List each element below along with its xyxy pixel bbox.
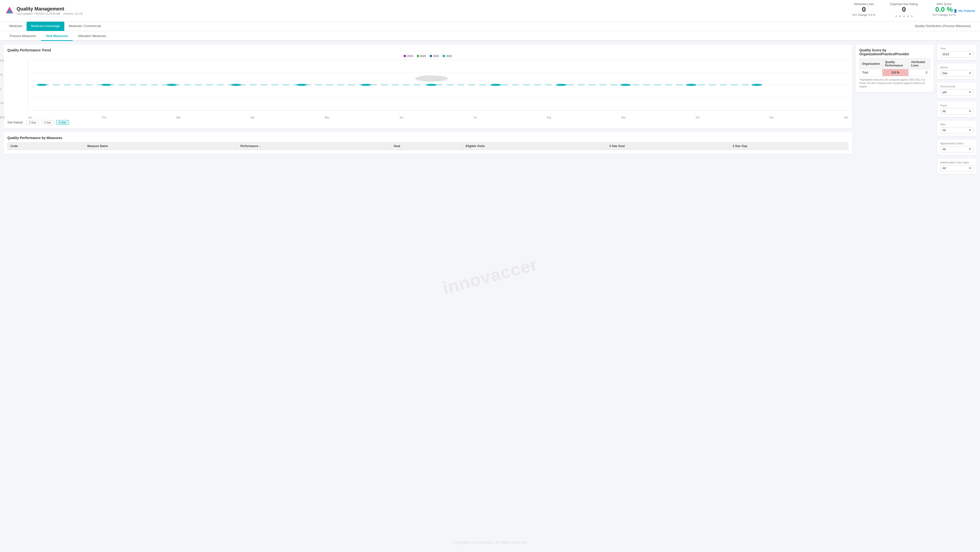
tab-medicare-advantage[interactable]: Medicare Advantage <box>27 22 64 31</box>
main-content: Quality Performance Trend 2019 2020 2021 <box>0 41 980 552</box>
filter-payer-label: Payer <box>940 104 974 107</box>
filter-period-mode-label: Period mode <box>940 85 974 88</box>
col-goal: Goal <box>391 142 463 150</box>
filter-addressable-care-gaps: Addressable Care Gaps All <box>937 159 976 174</box>
x-label-feb: Feb <box>102 116 106 119</box>
x-label-jan: Jan <box>28 116 32 119</box>
filter-appointment-status: Appointment Status All <box>937 140 976 155</box>
payer-select[interactable]: All <box>940 108 974 114</box>
org-table-title: Quality Score by Organization/Practice/P… <box>859 48 930 56</box>
expected-star-rating-label: Expected Star Rating <box>890 2 918 6</box>
chart-legend: 2019 2020 2021 2022 <box>7 54 848 57</box>
sub-navigation: Process Measures Visit Measures Utilizat… <box>0 31 980 41</box>
star-2-icon: ★ <box>898 14 902 19</box>
col-eligible-visits: Eligible Visits <box>463 142 606 150</box>
app-logo-icon <box>5 6 14 15</box>
awv-score-change: YoY Change: 0.0 % <box>932 13 956 16</box>
org-lives-total: 0 <box>908 69 930 76</box>
col-performance[interactable]: Performance <box>237 142 391 150</box>
year-select[interactable]: 2019 2020 2021 2022 <box>940 51 974 57</box>
org-col-lives: Attributed Lives <box>908 59 930 69</box>
month-select[interactable]: JanFebMarApr MayJunJulAug SepOctNovDec <box>940 70 974 76</box>
x-axis-labels: Jan Feb Mar Apr May Jun Jul Aug Sep Oct … <box>18 116 848 119</box>
attributed-lives-stat: Attributed Lives 0 YoY Change: 0.0 % <box>852 2 875 19</box>
measures-table: Code Measure Name Performance Goal Eligi… <box>7 142 848 150</box>
y-label-neg50: -50 % <box>0 102 5 105</box>
filter-month-label: Month <box>940 66 974 69</box>
tab-utilization-measures[interactable]: Utilization Measures <box>73 32 111 41</box>
org-col-org: Organization <box>860 59 883 69</box>
star-4-icon: ★ <box>906 14 910 19</box>
org-table-header: Organization Quality Performance Attribu… <box>860 59 930 69</box>
awv-score-label: AWV Score <box>932 2 956 6</box>
tab-medicare[interactable]: Medicare <box>5 22 27 31</box>
tab-medicaid-commercial[interactable]: Medicaid / Commercial <box>64 22 105 31</box>
chart-plot-area <box>28 59 848 111</box>
filter-year: Year 2019 2020 2021 2022 <box>937 44 976 60</box>
y-label-50: 50 % <box>0 73 5 76</box>
legend-2020-dot <box>417 55 419 57</box>
legend-2022-label: 2022 <box>446 54 452 57</box>
org-name-total: Total <box>860 69 883 76</box>
appointment-status-select[interactable]: All <box>940 146 974 152</box>
x-label-jun: Jun <box>399 116 403 119</box>
filter-year-label: Year <box>940 47 974 50</box>
grid-line-neg100 <box>28 110 848 111</box>
x-label-may: May <box>325 116 329 119</box>
awv-score-value: 0.0 % <box>932 6 956 13</box>
attributed-lives-label: Attributed Lives <box>852 2 875 6</box>
org-col-performance: Quality Performance <box>883 59 908 69</box>
x-label-sep: Sep <box>621 116 626 119</box>
filter-plan-label: Plan <box>940 123 974 126</box>
tab-process-measures[interactable]: Process Measures <box>5 32 41 41</box>
star-rating-label: Star Rating*: <box>7 121 24 124</box>
legend-2021-label: 2021 <box>433 54 439 57</box>
org-table-footnote: *Highlighted measures are compared again… <box>859 78 930 88</box>
star-1-icon: ★ <box>894 14 898 19</box>
grid-line-0 <box>28 85 848 85</box>
legend-2020-label: 2020 <box>420 54 426 57</box>
period-mode-select[interactable]: ytd mtd <box>940 89 974 95</box>
filter-addressable-care-gaps-label: Addressable Care Gaps <box>940 161 974 164</box>
star-5-button[interactable]: 5 Star <box>56 120 69 125</box>
x-label-aug: Aug <box>547 116 551 119</box>
legend-2022-dot <box>442 55 445 57</box>
measures-table-title: Quality Performance by Measures <box>7 136 848 140</box>
logo-area: Quality Management Last Updated: 7/6/202… <box>5 6 83 15</box>
last-updated: Last Updated: 7/6/2022 12:25:50 AM (Vers… <box>17 12 83 15</box>
y-axis-labels: 100 % 50 % 0 % -50 % -100 % <box>0 59 5 119</box>
org-table-body: Total 0.0 % 0 <box>860 69 930 76</box>
col-3star-goal: 3 Star Goal <box>606 142 729 150</box>
tab-visit-measures[interactable]: Visit Measures <box>41 32 73 41</box>
table-row: Total 0.0 % 0 <box>860 69 930 76</box>
app-title: Quality Management <box>17 6 83 12</box>
person-icon: 👤 <box>953 9 957 13</box>
star-3-button[interactable]: 3 Star <box>26 120 39 125</box>
my-patients-button[interactable]: 👤 My Patients <box>953 9 975 13</box>
y-label-0: 0 % <box>0 88 5 90</box>
attributed-lives-value: 0 <box>852 6 875 13</box>
tab-quality-distribution[interactable]: Quality Distribution (Process Measures) <box>910 22 975 31</box>
plan-select[interactable]: All <box>940 127 974 133</box>
org-table: Organization Quality Performance Attribu… <box>859 59 930 76</box>
chart-highlight-dot <box>415 76 448 82</box>
x-label-jul: Jul <box>474 116 477 119</box>
y-label-100: 100 % <box>0 59 5 62</box>
quality-performance-measures-card: Quality Performance by Measures Code Mea… <box>4 132 852 154</box>
star-4-button[interactable]: 4 Star <box>41 120 54 125</box>
addressable-care-gaps-select[interactable]: All <box>940 165 974 171</box>
legend-2022: 2022 <box>442 54 452 57</box>
col-code: Code <box>8 142 84 150</box>
quality-performance-trend-card: Quality Performance Trend 2019 2020 2021 <box>4 44 852 128</box>
x-label-oct: Oct <box>695 116 700 119</box>
header-stats: Attributed Lives 0 YoY Change: 0.0 % Exp… <box>852 2 956 19</box>
col-3star-gap: 3 Star Gap <box>729 142 848 150</box>
attributed-lives-change: YoY Change: 0.0 % <box>852 13 875 16</box>
y-label-neg100: -100 % <box>0 116 5 119</box>
org-table-card: Quality Score by Organization/Practice/P… <box>856 44 934 92</box>
expected-star-rating-value: 0 <box>890 6 918 13</box>
legend-2019: 2019 <box>404 54 413 57</box>
star-3-icon: ★ <box>902 14 906 19</box>
app-header: Quality Management Last Updated: 7/6/202… <box>0 0 980 22</box>
x-label-mar: Mar <box>177 116 181 119</box>
